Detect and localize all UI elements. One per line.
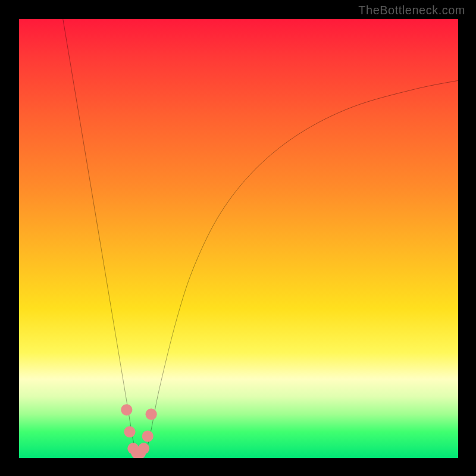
plot-area <box>19 19 458 458</box>
watermark-text: TheBottleneck.com <box>358 4 465 17</box>
curve-marker <box>146 409 157 420</box>
curve-marker <box>138 443 149 454</box>
chart-frame: TheBottleneck.com <box>0 0 476 476</box>
curve-marker <box>121 404 132 415</box>
marker-group <box>121 404 157 458</box>
bottleneck-curve-path <box>63 19 458 455</box>
bottleneck-curve-svg <box>19 19 458 458</box>
curve-marker <box>124 426 135 437</box>
curve-marker <box>142 431 154 442</box>
